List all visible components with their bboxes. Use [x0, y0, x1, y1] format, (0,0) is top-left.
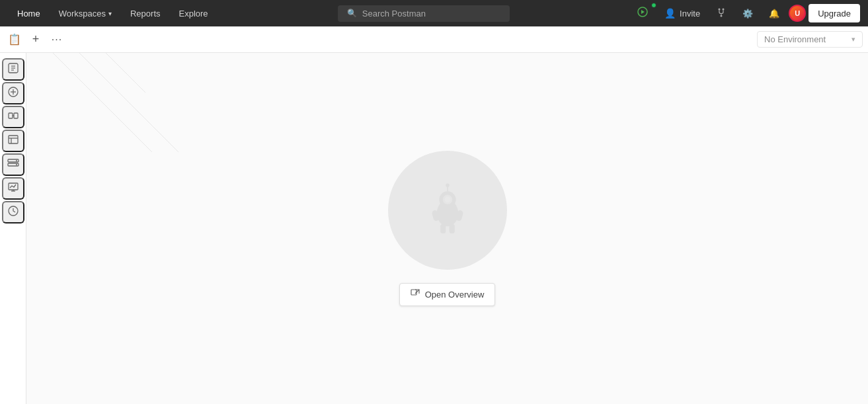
- env-chevron-icon: ▾: [851, 35, 855, 44]
- svg-line-26: [53, 53, 159, 152]
- svg-rect-40: [440, 224, 446, 233]
- content-area: Open Overview: [26, 53, 868, 404]
- status-dot: [651, 3, 656, 8]
- open-overview-label: Open Overview: [425, 290, 485, 300]
- svg-rect-13: [14, 113, 18, 118]
- open-overview-button[interactable]: Open Overview: [399, 283, 496, 306]
- secondary-toolbar: 📋 + ··· No Environment ▾: [0, 26, 868, 53]
- environments-icon: [7, 134, 19, 148]
- chevron-down-icon: ▾: [108, 10, 112, 17]
- svg-point-1: [719, 8, 721, 10]
- sidebar-apis[interactable]: [2, 106, 24, 128]
- nav-home[interactable]: Home: [8, 0, 50, 26]
- svg-rect-45: [411, 290, 416, 295]
- left-sidebar: [0, 53, 26, 404]
- empty-state: Open Overview: [388, 151, 507, 306]
- new-tab-icon: 📋: [8, 33, 21, 46]
- notification-button[interactable]: 🔔: [762, 4, 786, 22]
- background-decoration: [26, 53, 225, 152]
- new-request-icon: [7, 62, 19, 77]
- svg-point-3: [721, 15, 723, 17]
- svg-rect-41: [449, 224, 454, 233]
- svg-point-43: [446, 184, 449, 187]
- sidebar-history[interactable]: [2, 201, 24, 223]
- svg-line-27: [79, 53, 185, 152]
- svg-point-44: [444, 196, 450, 202]
- search-placeholder: Search Postman: [362, 9, 426, 19]
- sidebar-environments[interactable]: [2, 130, 24, 152]
- postman-icon: [418, 181, 477, 240]
- avatar[interactable]: U: [789, 5, 806, 22]
- ellipsis-icon: ···: [52, 34, 62, 46]
- nav-explore[interactable]: Explore: [170, 0, 217, 26]
- svg-line-46: [415, 290, 419, 294]
- invite-icon: 👤: [664, 8, 676, 19]
- fork-button[interactable]: [709, 4, 733, 22]
- postman-logo-circle: [388, 151, 507, 270]
- svg-point-21: [16, 164, 17, 165]
- sidebar-collections[interactable]: [2, 82, 24, 104]
- settings-button[interactable]: ⚙️: [736, 4, 760, 22]
- plus-icon: +: [32, 32, 40, 46]
- bell-icon: 🔔: [769, 9, 779, 19]
- invite-label: Invite: [680, 9, 700, 19]
- avatar-initials: U: [795, 9, 800, 17]
- svg-line-28: [106, 53, 145, 93]
- fork-icon: [716, 7, 727, 20]
- history-icon: [7, 205, 19, 220]
- more-options-button[interactable]: ···: [48, 30, 66, 49]
- sidebar-monitors[interactable]: [2, 177, 24, 200]
- svg-rect-12: [9, 113, 13, 118]
- search-icon: 🔍: [347, 9, 357, 18]
- sidebar-new-tab[interactable]: [2, 58, 24, 81]
- runner-button[interactable]: [630, 4, 655, 22]
- svg-rect-15: [9, 136, 18, 143]
- add-button[interactable]: +: [26, 30, 45, 49]
- nav-workspaces[interactable]: Workspaces ▾: [50, 0, 121, 26]
- svg-point-20: [16, 160, 17, 161]
- external-link-icon: [411, 289, 420, 300]
- workspaces-label: Workspaces: [59, 9, 106, 19]
- nav-actions: 👤 Invite ⚙️ 🔔 U: [630, 4, 860, 22]
- main-layout: Open Overview: [0, 53, 868, 404]
- upgrade-button[interactable]: Upgrade: [809, 4, 860, 22]
- sidebar-mock-servers[interactable]: [2, 153, 24, 176]
- search-input-wrapper[interactable]: 🔍 Search Postman: [338, 5, 510, 22]
- top-navigation: Home Workspaces ▾ Reports Explore 🔍 Sear…: [0, 0, 868, 26]
- settings-icon: ⚙️: [742, 9, 753, 19]
- svg-point-2: [723, 8, 725, 10]
- mock-servers-icon: [7, 157, 19, 172]
- search-bar[interactable]: 🔍 Search Postman: [217, 5, 630, 22]
- nav-reports[interactable]: Reports: [121, 0, 170, 26]
- new-tab-button[interactable]: 📋: [5, 30, 24, 49]
- collections-icon: [7, 86, 19, 101]
- apis-icon: [7, 110, 19, 124]
- environment-selector[interactable]: No Environment ▾: [757, 31, 863, 48]
- invite-button[interactable]: 👤 Invite: [658, 4, 707, 22]
- environment-label: No Environment: [764, 34, 826, 44]
- monitors-icon: [7, 181, 19, 196]
- runner-icon: [637, 6, 649, 20]
